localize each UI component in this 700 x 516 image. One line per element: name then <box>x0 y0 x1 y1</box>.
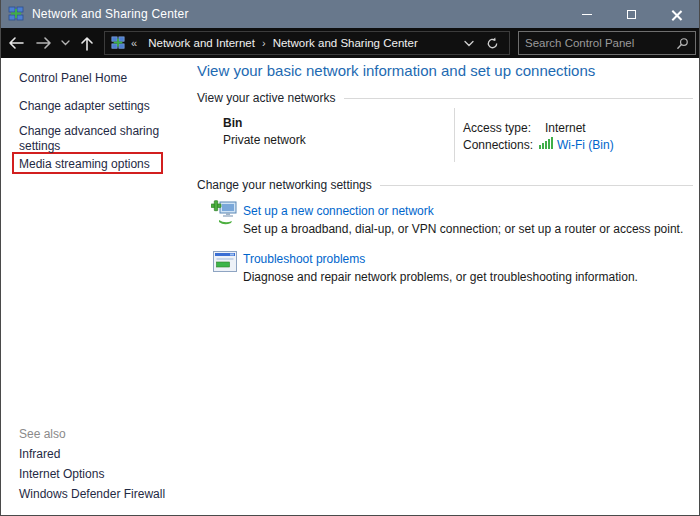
address-bar[interactable]: « . Network and Internet › Network and S… <box>104 31 510 55</box>
sidebar: Control Panel Home Change adapter settin… <box>1 58 197 516</box>
setup-connection-link[interactable]: Set up a new connection or network <box>243 204 434 218</box>
sidebar-item-infrared[interactable]: Infrared <box>19 447 60 462</box>
breadcrumb-collapsed-glyph[interactable]: « <box>131 37 136 49</box>
back-button[interactable] <box>1 30 31 56</box>
troubleshoot-problems-link[interactable]: Troubleshoot problems <box>243 252 365 266</box>
close-button[interactable] <box>654 0 699 28</box>
refresh-button[interactable] <box>480 37 505 50</box>
close-icon <box>671 9 682 20</box>
setup-connection-description: Set up a broadband, dial-up, or VPN conn… <box>243 222 683 236</box>
network-name: Bin <box>223 116 242 130</box>
breadcrumb-item-network-and-internet[interactable]: Network and Internet <box>148 37 255 49</box>
section-rule <box>337 98 693 99</box>
sidebar-item-internet-options[interactable]: Internet Options <box>19 467 104 482</box>
active-networks-section-label: View your active networks <box>197 91 344 105</box>
page-title: View your basic network information and … <box>197 62 595 79</box>
maximize-button[interactable] <box>609 0 654 28</box>
troubleshoot-description: Diagnose and repair network problems, or… <box>243 270 638 284</box>
sidebar-item-media-streaming-options[interactable]: Media streaming options <box>19 157 150 172</box>
wifi-signal-icon <box>539 137 554 149</box>
network-icon <box>8 6 24 22</box>
recent-pages-dropdown[interactable] <box>57 30 73 56</box>
networking-settings-section-label: Change your networking settings <box>197 178 380 192</box>
back-arrow-icon <box>8 36 24 50</box>
minimize-icon <box>582 14 592 15</box>
window-title: Network and Sharing Center <box>32 7 189 21</box>
up-button[interactable] <box>73 30 101 56</box>
minimize-button[interactable] <box>564 0 609 28</box>
network-icon <box>111 36 125 50</box>
forward-arrow-icon <box>36 36 52 50</box>
address-dropdown-button[interactable] <box>458 40 480 47</box>
connection-link[interactable]: Wi-Fi (Bin) <box>557 138 614 152</box>
up-arrow-icon <box>80 36 94 51</box>
navigation-toolbar: « . Network and Internet › Network and S… <box>1 28 699 58</box>
see-also-header: See also <box>19 427 66 441</box>
sidebar-item-windows-defender-firewall[interactable]: Windows Defender Firewall <box>19 487 165 502</box>
vertical-divider <box>454 108 455 162</box>
network-type: Private network <box>223 133 306 147</box>
chevron-down-icon <box>464 40 474 47</box>
forward-button[interactable] <box>31 30 57 56</box>
search-icon[interactable] <box>676 37 689 50</box>
search-input[interactable] <box>525 37 676 49</box>
access-type-value: Internet <box>545 121 586 135</box>
breadcrumb-separator: › <box>262 37 266 49</box>
sidebar-item-change-advanced-sharing-settings[interactable]: Change advanced sharing settings <box>19 124 171 154</box>
sidebar-item-change-adapter-settings[interactable]: Change adapter settings <box>19 99 150 114</box>
sidebar-item-control-panel-home[interactable]: Control Panel Home <box>19 71 127 86</box>
search-box[interactable] <box>518 31 696 55</box>
maximize-icon <box>627 10 636 19</box>
titlebar: Network and Sharing Center <box>1 0 699 28</box>
section-rule <box>377 185 693 186</box>
refresh-icon <box>486 37 499 50</box>
troubleshoot-icon <box>213 251 237 272</box>
access-type-label: Access type: <box>463 121 531 135</box>
connections-label: Connections: <box>463 138 533 152</box>
main-content: View your basic network information and … <box>197 58 700 516</box>
new-connection-icon <box>211 199 238 225</box>
network-sharing-center-window: Network and Sharing Center <box>0 0 700 516</box>
breadcrumb-item-network-and-sharing-center[interactable]: Network and Sharing Center <box>273 37 418 49</box>
chevron-down-icon <box>61 40 70 46</box>
